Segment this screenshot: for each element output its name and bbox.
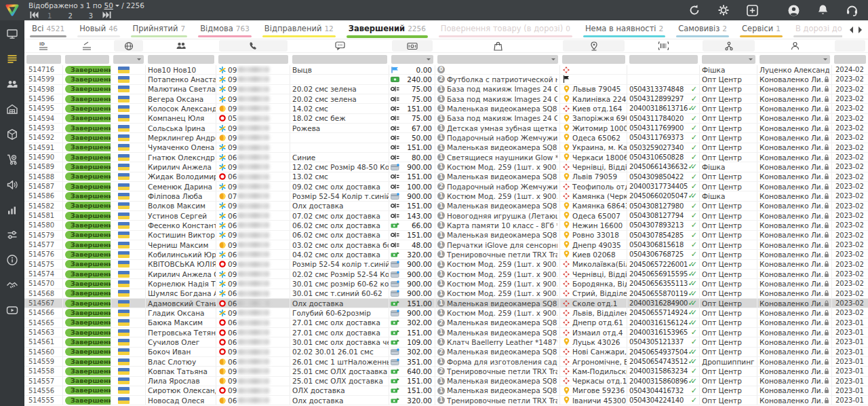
filter-dropdown-icon[interactable] [551,58,555,62]
account-icon[interactable] [787,4,800,17]
table-row[interactable]: 514588 Завершений Жидак Володимир 06 13.… [24,172,868,182]
table-row[interactable]: 514561 Завершений Сучилов Олег 06 30.01 … [24,337,868,347]
sidebar-item-marketing[interactable] [5,178,19,191]
support-headset-icon[interactable] [846,4,859,17]
filter-source[interactable] [702,55,755,64]
sidebar-item-orders[interactable] [5,52,19,66]
table-row[interactable]: 514595 Завершений Колосок Александр 09 1… [24,104,868,113]
order-status-tab[interactable]: Повернення товару (в дорозі) 0 [433,20,578,39]
filter-dropdown-icon[interactable] [427,58,431,62]
column-header-ttn[interactable] [627,39,700,52]
filter-comment[interactable] [292,55,387,64]
sidebar-item-purchases[interactable] [5,153,19,166]
sidebar-item-statistics[interactable] [5,203,19,217]
filter-address[interactable] [562,55,625,64]
page-number[interactable]: 3 [89,12,93,20]
filter-payment[interactable] [391,55,433,64]
table-row[interactable]: 514582 Завершений Волков Максим 09 Олх д… [24,202,868,211]
tab-scroll-left-icon[interactable] [846,26,853,33]
column-header-comment[interactable] [290,39,389,52]
sidebar-item-video[interactable] [5,303,19,317]
filter-status[interactable] [65,55,109,64]
settings-gear-icon[interactable] [717,4,730,17]
table-row[interactable]: 514594 Завершений Компанец Юля 05 18.02 … [24,114,868,124]
order-status-tab[interactable]: Відмова 763 [193,20,257,39]
filter-country[interactable] [113,55,144,64]
table-row[interactable]: 514574 Завершений Кирилич Анжела Ол… 09 … [24,270,868,279]
filter-ttn[interactable] [629,55,698,64]
table-row[interactable]: 514589 Завершений Кирилич Анжела 09 12.0… [24,162,868,172]
table-row[interactable]: 514587 Завершений Семенюк Дарина 09 09.0… [24,182,868,191]
filter-dropdown-icon[interactable] [823,58,827,62]
table-row[interactable]: 514579 Завершений Костишин Виктор 09 06.… [24,231,868,240]
filter-id[interactable] [26,55,61,64]
filter-manager[interactable] [760,55,830,64]
table-row[interactable]: 514592 Завершений Мерклингер Андрей 09 [24,133,868,143]
table-row[interactable]: 514596 Завершений Вегера Оксана 09 20.02… [24,94,868,104]
order-status-tab[interactable]: Сервіси 1 [734,20,788,39]
column-header-payment[interactable] [389,39,435,52]
column-header-manager[interactable] [757,39,832,52]
tab-scroll-right-icon[interactable] [859,26,865,33]
filter-dropdown-icon[interactable] [137,58,141,62]
order-status-tab[interactable]: Всі 4521 [24,20,72,39]
table-row[interactable]: 514577 Завершений Черниш Максим 09 03.02… [24,240,868,250]
table-row[interactable]: 514570 Завершений Корнелюк Надія Та… 09 … [24,279,868,289]
table-row[interactable]: 514567 Завершений Адамовский Станис… 06 … [24,299,868,308]
order-status-tab[interactable]: Новый 46 [72,20,125,39]
table-row[interactable]: 514580 Завершений Фесенко Константин 06 … [24,221,868,230]
filter-product[interactable] [437,55,558,64]
order-status-tab[interactable]: Відправлений 12 [257,20,341,39]
column-header-source[interactable] [700,39,757,52]
table-row[interactable]: 514558 Завершений Ковпак Татьяна 09 25.0… [24,367,868,376]
column-header-phone[interactable] [216,39,290,52]
first-page-button[interactable] [28,11,39,19]
order-status-tab[interactable]: Завершений 2256 [341,20,433,39]
filter-date[interactable] [834,55,866,64]
table-row[interactable]: 514555 Завершений Новосад Олеся 06 Олх д… [24,396,868,405]
order-status-tab[interactable]: Нема в наявності 2 [578,20,671,39]
page-number[interactable]: 1 [47,12,52,20]
table-row[interactable]: 514581 Завершений Устинов Сергей 06 07.0… [24,211,868,221]
order-status-tab[interactable]: Прийнятий 7 [125,20,193,39]
table-row[interactable]: 514598 Завершений Малютина Светлана 09 2… [24,85,868,94]
column-header-id[interactable]: ID [24,39,63,52]
last-page-button[interactable] [101,11,112,19]
add-order-icon[interactable] [746,4,759,17]
app-logo[interactable] [0,0,24,20]
table-row[interactable]: 514576 Завершений Кобилинський Юрий 06 0… [24,250,868,259]
sidebar-item-info[interactable] [5,253,19,267]
table-row[interactable]: 514575 Завершений КВІТОВСЬКА ЮЛІЯ 09 Роз… [24,260,868,270]
table-row[interactable]: 514590 Завершений Гнатюк Олексндр 06 Син… [24,153,868,162]
table-row[interactable]: 514559 Завершений Влас Слотюу 06 26.01 с… [24,357,868,367]
table-row[interactable]: 514591 Завершений Чумаченко Олена 09 [24,143,868,153]
column-header-status[interactable] [63,39,111,52]
filter-phone[interactable] [218,55,288,64]
notifications-bell-icon[interactable] [816,4,829,17]
filter-dropdown-icon[interactable] [749,58,753,62]
table-row[interactable]: 514566 Завершений Гладик Оксана 09 Голуб… [24,308,868,318]
page-number[interactable]: 2 [68,12,72,20]
table-row[interactable]: 514560 Завершений Бокоч Иван 09 02.02 30… [24,348,868,357]
table-row[interactable]: 514593 Завершений Сольська Ірина 09 Роже… [24,124,868,133]
order-status-tab[interactable]: Самовивіз 2 [671,20,734,39]
sidebar-item-warehouse[interactable] [5,103,19,116]
sidebar-item-dashboard[interactable] [5,27,19,41]
sidebar-item-settings[interactable] [5,228,19,242]
column-header-address[interactable] [560,39,627,52]
sidebar-item-clients[interactable] [5,77,19,91]
table-row[interactable]: 514716 Завершений Нов10 Нов10 09 Выцв [24,65,868,75]
page-size-dropdown[interactable]: 50 [104,1,113,10]
filter-client[interactable] [148,55,214,64]
sidebar-item-products[interactable] [5,128,19,141]
table-row[interactable]: 514565 Завершений Баюка Максим 06 27.01 … [24,318,868,328]
table-row[interactable]: 514599 Завершений Потапенко Анастас… 09 [24,75,868,84]
column-header-country[interactable] [111,39,146,52]
table-row[interactable]: 514556 Завершений Сиротюк Олександр 09 О… [24,386,868,396]
column-header-date[interactable] [832,39,868,52]
table-row[interactable]: 514586 Завершений Філіпова Люба 07 Розмі… [24,191,868,201]
column-header-client[interactable] [146,39,216,52]
table-row[interactable]: 514568 Завершений Шумляс Богдана Ан… 06 … [24,289,868,299]
table-row[interactable]: 514563 Завершений Петровська Тетяна 06 2… [24,328,868,337]
table-row[interactable]: 514557 Завершений Лила Ярослав 09 25.01 … [24,377,868,386]
